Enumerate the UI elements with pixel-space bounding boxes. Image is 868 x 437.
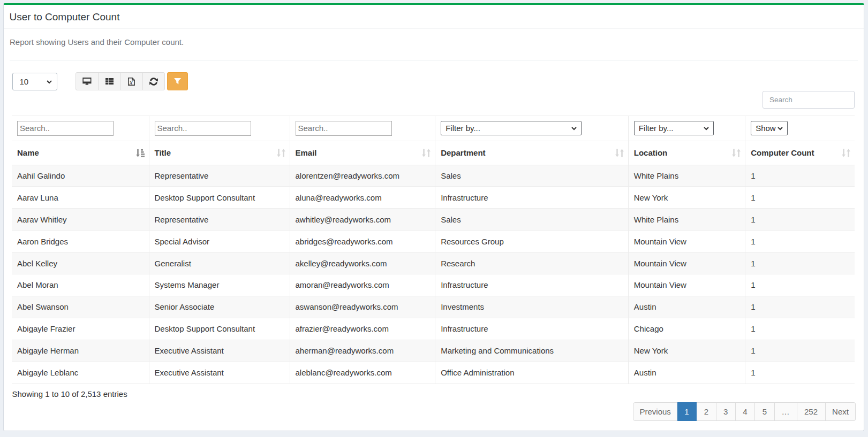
svg-text:x: x — [129, 78, 133, 85]
